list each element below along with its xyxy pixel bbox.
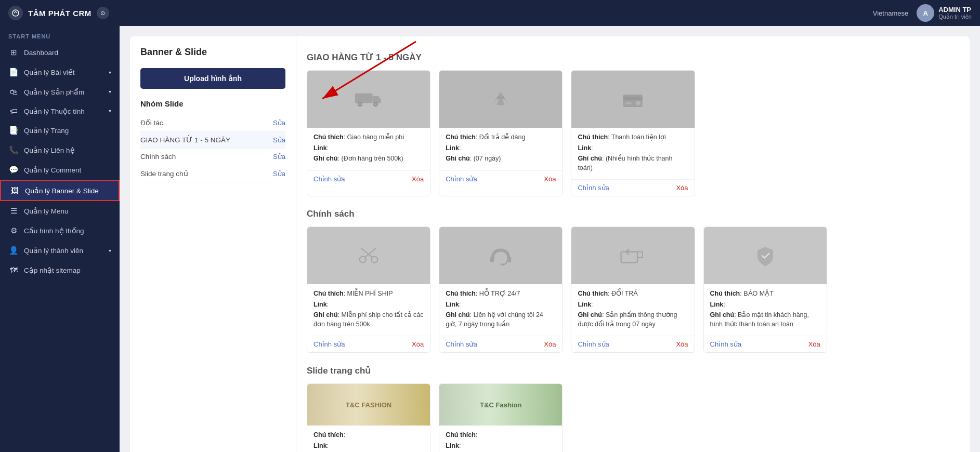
- card-actions: Chỉnh sửa Xóa: [571, 336, 694, 352]
- link-line: Link:: [578, 300, 688, 310]
- chu-thich-line: Chú thích: Giao hàng miễn phí: [313, 133, 424, 142]
- fashion-label: T&C FASHION: [346, 401, 391, 409]
- xoa-button[interactable]: Xóa: [544, 340, 556, 348]
- sidebar-item-label: Quản lý Thuộc tính: [24, 107, 85, 115]
- xoa-button[interactable]: Xóa: [544, 175, 556, 183]
- svg-rect-9: [623, 97, 643, 100]
- ghi-chu-line: Ghi chú: Sản phẩm thông thường được đổi …: [578, 311, 688, 329]
- sidebar-item-sitemap[interactable]: 🗺 Cập nhật sitemap: [0, 260, 120, 280]
- sidebar-item-banner-slide[interactable]: 🖼 Quản lý Banner & Slide: [0, 180, 120, 201]
- sidebar-item-thanh-vien[interactable]: 👤 Quản lý thành viên ▾: [0, 241, 120, 260]
- section-title-slide-trang-chu: Slide trang chủ: [307, 365, 959, 376]
- slide-card-image: [439, 71, 562, 128]
- slide-card-image: [704, 227, 827, 284]
- sidebar-item-thuoc-tinh[interactable]: 🏷 Quản lý Thuộc tính ▾: [0, 101, 120, 121]
- slide-card: Chú thích: MIỄN PHÍ SHIP Link: Ghi chú: …: [307, 227, 430, 353]
- username: ADMIN TP: [938, 6, 972, 14]
- sidebar-item-bai-viet[interactable]: 📄 Quản lý Bài viết ▾: [0, 62, 120, 82]
- user-role: Quản trị viên: [938, 14, 972, 20]
- menu-icon: ☰: [8, 206, 19, 216]
- contact-icon: 📞: [8, 145, 19, 155]
- card-body: Chú thích: Thanh toán tiện lợi Link: Ghi…: [571, 128, 694, 179]
- topbar-right: Vietnamese A ADMIN TP Quản trị viên: [873, 4, 972, 22]
- nav-history-icon[interactable]: ⊙: [97, 7, 109, 19]
- chevron-down-icon: ▾: [109, 70, 111, 75]
- sidebar-item-lien-he[interactable]: 📞 Quản lý Liên hệ: [0, 140, 120, 160]
- section-title-chinh-sach: Chính sách: [307, 209, 959, 219]
- card-actions: Chỉnh sửa Xóa: [571, 179, 694, 196]
- sidebar-item-dashboard[interactable]: ⊞ Dashboard: [0, 43, 120, 62]
- slide-card: Chú thích: Đổi trả dễ dàng Link: Ghi chú…: [439, 70, 563, 196]
- ghi-chu-line: Ghi chú: Miễn phí ship cho tất cả các đơ…: [313, 311, 424, 329]
- sua-link[interactable]: Sửa: [273, 119, 285, 127]
- slide-group-row: Slide trang chủ Sửa: [140, 165, 285, 182]
- xoa-button[interactable]: Xóa: [412, 175, 424, 183]
- slide-card-image: T&C FASHION: [307, 384, 430, 426]
- sidebar-item-label: Quản lý Trang: [24, 126, 69, 135]
- link-line: Link:: [710, 300, 820, 310]
- sua-link[interactable]: Sửa: [273, 136, 285, 144]
- xoa-button[interactable]: Xóa: [676, 184, 688, 192]
- xoa-button[interactable]: Xóa: [412, 340, 424, 348]
- chinh-sua-button[interactable]: Chỉnh sửa: [578, 340, 609, 348]
- payment-icon: [617, 84, 648, 115]
- card-actions: Chỉnh sửa Xóa: [307, 170, 430, 187]
- sidebar-item-trang[interactable]: 📑 Quản lý Trang: [0, 121, 120, 140]
- slide-group-row: Đối tác Sửa: [140, 114, 285, 131]
- chu-thich-line: Chú thích:: [446, 431, 556, 440]
- slide-card: Chú thích: HỖ TRỢ 24/7 Link: Ghi chú: Li…: [439, 227, 563, 353]
- panel-left: Banner & Slide Upload hình ảnh Nhóm Slid…: [130, 36, 296, 452]
- chinh-sua-button[interactable]: Chỉnh sửa: [578, 184, 609, 192]
- chu-thich-line: Chú thích: BẢO MẬT: [710, 289, 820, 299]
- group-name: GIAO HÀNG TỪ 1 - 5 NGÀY: [140, 136, 230, 144]
- member-icon: 👤: [8, 246, 19, 255]
- svg-rect-18: [507, 257, 512, 262]
- headset-icon: [485, 240, 516, 271]
- sitemap-icon: 🗺: [8, 265, 19, 274]
- sidebar: START MENU ⊞ Dashboard 📄 Quản lý Bài viế…: [0, 26, 120, 452]
- panel-title: Banner & Slide: [140, 47, 285, 58]
- chinh-sua-button[interactable]: Chỉnh sửa: [313, 340, 345, 348]
- card-body: Chú thích: ĐỔI TRẢ Link: Ghi chú: Sản ph…: [571, 284, 694, 336]
- sidebar-item-comment[interactable]: 💬 Quản lý Comment: [0, 160, 120, 180]
- slide-card-image: T&C Fashion: [439, 384, 562, 426]
- chinh-sua-button[interactable]: Chỉnh sửa: [446, 175, 477, 183]
- sidebar-item-label: Quản lý Bài viết: [24, 68, 75, 76]
- slide-card: Chú thích: Thanh toán tiện lợi Link: Ghi…: [571, 70, 695, 196]
- chinh-sua-button[interactable]: Chỉnh sửa: [313, 175, 345, 183]
- svg-point-7: [374, 103, 377, 106]
- chu-thich-line: Chú thích: Thanh toán tiện lợi: [578, 133, 688, 142]
- card-body: Chú thích: Link: Ghi chú:: [307, 426, 430, 452]
- xoa-button[interactable]: Xóa: [808, 340, 820, 348]
- attribute-icon: 🏷: [8, 107, 19, 115]
- sua-link[interactable]: Sửa: [273, 170, 285, 178]
- card-actions: Chỉnh sửa Xóa: [439, 170, 562, 187]
- card-actions: Chỉnh sửa Xóa: [439, 336, 562, 352]
- slide-card-image: [571, 71, 694, 128]
- chevron-down-icon: ▾: [109, 89, 111, 95]
- chu-thich-line: Chú thích: HỖ TRỢ 24/7: [446, 289, 556, 299]
- sua-link[interactable]: Sửa: [273, 153, 285, 161]
- main-layout: START MENU ⊞ Dashboard 📄 Quản lý Bài viế…: [0, 26, 980, 452]
- chinh-sua-button[interactable]: Chỉnh sửa: [446, 340, 477, 348]
- sidebar-item-cau-hinh[interactable]: ⚙ Cấu hình hệ thống: [0, 221, 120, 241]
- sidebar-item-label: Quản lý Menu: [24, 207, 69, 215]
- sidebar-item-menu[interactable]: ☰ Quản lý Menu: [0, 201, 120, 221]
- card-body: Chú thích: Giao hàng miễn phí Link: Ghi …: [307, 128, 430, 170]
- svg-rect-19: [501, 263, 504, 265]
- group-name: Chính sách: [140, 153, 176, 161]
- section-title-giao-hang: GIAO HÀNG TỪ 1 - 5 NGÀY: [307, 52, 959, 63]
- slide-group-row-active: GIAO HÀNG TỪ 1 - 5 NGÀY Sửa: [140, 131, 285, 149]
- card-body: Chú thích: Đổi trả dễ dàng Link: Ghi chú…: [439, 128, 562, 170]
- banner-slide-panel: Banner & Slide Upload hình ảnh Nhóm Slid…: [130, 36, 970, 452]
- user-menu[interactable]: A ADMIN TP Quản trị viên: [917, 4, 972, 22]
- sidebar-item-san-pham[interactable]: 🛍 Quản lý Sản phẩm ▾: [0, 82, 120, 101]
- settings-icon: ⚙: [8, 226, 19, 235]
- language-selector[interactable]: Vietnamese: [873, 9, 908, 17]
- xoa-button[interactable]: Xóa: [676, 340, 688, 348]
- chinh-sua-button[interactable]: Chỉnh sửa: [710, 340, 741, 348]
- fashion-label2: T&C Fashion: [480, 401, 521, 409]
- ghi-chu-line: Ghi chú: Liên hệ với chúng tôi 24 giờ, 7…: [446, 311, 556, 329]
- upload-image-button[interactable]: Upload hình ảnh: [140, 68, 285, 89]
- sidebar-item-label: Quản lý Sản phẩm: [24, 88, 84, 96]
